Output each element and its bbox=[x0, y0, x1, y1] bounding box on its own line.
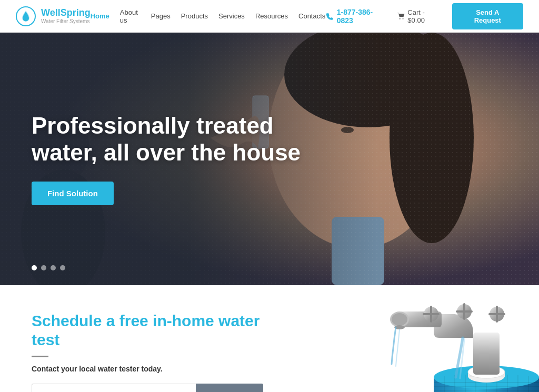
nav-about[interactable]: About us bbox=[120, 8, 141, 24]
nav-contacts[interactable]: Contacts bbox=[298, 12, 325, 20]
schedule-title: Schedule a free in-home water test bbox=[32, 311, 263, 349]
logo-subtitle: Water Filter Systems bbox=[41, 18, 91, 24]
nav-services[interactable]: Services bbox=[218, 12, 245, 20]
schedule-content: Schedule a free in-home water test Conta… bbox=[0, 285, 295, 392]
svg-point-2 bbox=[403, 18, 404, 19]
svg-rect-35 bbox=[473, 333, 500, 375]
schedule-subtitle: Contact your local water tester today. bbox=[32, 365, 263, 373]
email-input[interactable] bbox=[32, 384, 196, 392]
dot-2[interactable] bbox=[41, 265, 46, 270]
logo-icon bbox=[16, 6, 36, 26]
schedule-divider bbox=[32, 356, 48, 357]
phone-icon bbox=[325, 12, 333, 21]
find-agent-button[interactable]: Find An Agent bbox=[196, 384, 263, 392]
phone-number: 1-877-386-0823 bbox=[337, 8, 387, 25]
cart-icon bbox=[397, 12, 405, 21]
nav-home[interactable]: Home bbox=[91, 12, 109, 20]
logo: WellSpring Water Filter Systems bbox=[16, 6, 91, 26]
dot-3[interactable] bbox=[51, 265, 56, 270]
dot-1[interactable] bbox=[32, 265, 37, 270]
hero-content: Professionally treated water, all over t… bbox=[32, 113, 305, 205]
nav-products[interactable]: Products bbox=[181, 12, 208, 20]
logo-text: WellSpring Water Filter Systems bbox=[41, 8, 91, 24]
svg-point-1 bbox=[400, 18, 401, 19]
faucet-decoration bbox=[318, 301, 539, 392]
svg-point-38 bbox=[392, 313, 407, 326]
send-request-button[interactable]: Send A Request bbox=[452, 3, 523, 29]
main-nav: Home About us Pages Products Services Re… bbox=[91, 8, 326, 24]
cart-label: Cart - $0.00 bbox=[407, 8, 442, 24]
logo-name: WellSpring bbox=[41, 8, 91, 18]
email-form: Find An Agent bbox=[32, 384, 263, 392]
nav-resources[interactable]: Resources bbox=[255, 12, 288, 20]
cart-link[interactable]: Cart - $0.00 bbox=[397, 8, 443, 24]
dot-4[interactable] bbox=[60, 265, 65, 270]
nav-pages[interactable]: Pages bbox=[151, 12, 171, 20]
header-right: 1-877-386-0823 Cart - $0.00 Send A Reque… bbox=[325, 3, 523, 29]
phone-link[interactable]: 1-877-386-0823 bbox=[325, 8, 387, 25]
faucet-svg bbox=[318, 301, 539, 392]
hero-section: Professionally treated water, all over t… bbox=[0, 33, 539, 285]
hero-pagination bbox=[32, 265, 65, 270]
schedule-section: Schedule a free in-home water test Conta… bbox=[0, 285, 539, 392]
find-solution-button[interactable]: Find Solution bbox=[32, 182, 114, 205]
header: WellSpring Water Filter Systems Home Abo… bbox=[0, 0, 539, 33]
hero-title: Professionally treated water, all over t… bbox=[32, 113, 305, 166]
